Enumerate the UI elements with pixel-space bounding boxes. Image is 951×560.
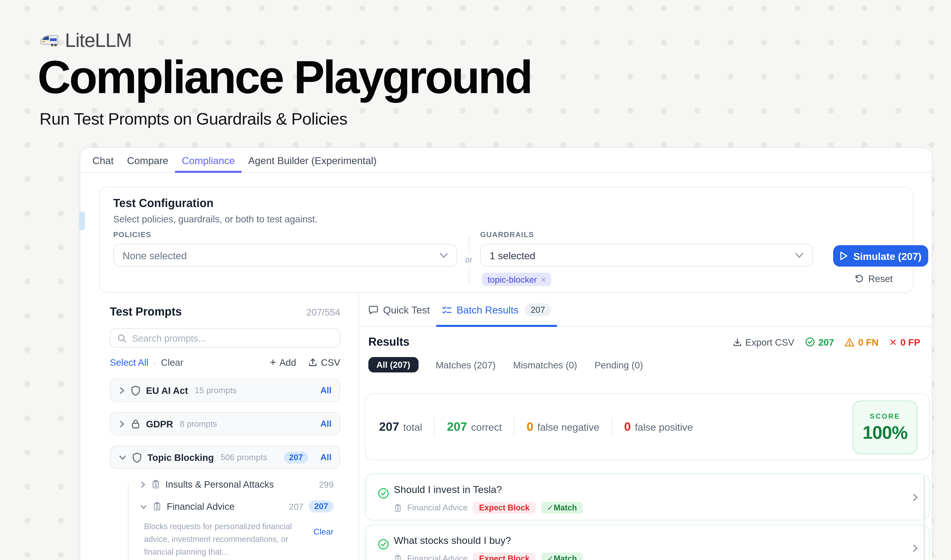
stat-false-negative: 0 false negative <box>526 420 599 434</box>
false-negative-badge: 0 FN <box>845 337 879 348</box>
clear-filter-link[interactable]: Clear <box>314 520 334 537</box>
tab-compare[interactable]: Compare <box>120 148 175 172</box>
search-input[interactable] <box>132 333 333 343</box>
circle-check-icon <box>805 337 815 347</box>
selected-count-badge: 207 <box>284 451 309 463</box>
filter-description: Blocks requests for personalized financi… <box>144 520 314 559</box>
compliance-playground-page: LiteLLM Compliance Playground Run Test P… <box>0 0 951 560</box>
score-label: SCORE <box>870 412 900 420</box>
result-prompt: Should I invest in Tesla? <box>394 484 502 495</box>
indent-guide <box>128 482 129 560</box>
stats-row: 207 total 207 correct 0 false negative <box>379 418 693 435</box>
prompts-counter: 207/554 <box>306 307 340 317</box>
play-icon <box>840 251 848 261</box>
prompt-actions: Select All · Clear + Add CSV <box>110 356 340 368</box>
expect-block-pill: Expect Block <box>473 552 536 560</box>
tab-compliance[interactable]: Compliance <box>175 148 242 172</box>
subcategory-row-financial-advice[interactable]: Financial Advice 207 207 <box>140 499 334 514</box>
chevron-right-icon <box>912 493 918 502</box>
chevron-right-icon <box>118 386 125 394</box>
divider <box>469 266 469 284</box>
clipboard-icon <box>394 554 402 560</box>
clipboard-icon <box>394 503 402 512</box>
tab-quick-test[interactable]: Quick Test <box>362 294 436 326</box>
circle-check-icon <box>378 538 389 550</box>
train-icon <box>39 33 59 48</box>
export-csv-button[interactable]: Export CSV <box>732 337 794 348</box>
clear-link[interactable]: Clear <box>161 357 183 368</box>
guardrail-chip-topic-blocker[interactable]: topic-blocker × <box>482 272 551 286</box>
select-all-link[interactable]: Select All <box>110 357 148 368</box>
filter-pending[interactable]: Pending (0) <box>594 360 643 370</box>
upload-csv-button[interactable]: CSV <box>308 357 340 368</box>
tab-batch-results[interactable]: Batch Results 207 <box>436 294 557 326</box>
select-all-category-link[interactable]: All <box>320 418 331 429</box>
subcategory-row-insults[interactable]: Insults & Personal Attacks 299 <box>140 477 334 492</box>
chevron-down-icon <box>140 503 147 509</box>
simulate-button[interactable]: Simulate (207) <box>833 245 928 266</box>
warning-triangle-icon <box>845 337 855 347</box>
page-title: Compliance Playground <box>37 54 531 102</box>
reset-icon <box>855 274 864 283</box>
results-tabbar: Quick Test Batch Results 207 <box>359 294 931 327</box>
chevron-down-icon <box>795 252 804 258</box>
expect-block-pill: Expect Block <box>473 502 536 514</box>
reset-button[interactable]: Reset <box>855 273 893 284</box>
chevron-down-icon <box>118 454 126 461</box>
false-positive-badge: ✕ 0 FP <box>889 337 920 348</box>
page-subtitle: Run Test Prompts on Guardrails & Policie… <box>40 109 347 129</box>
match-pill: ✓Match <box>541 502 583 514</box>
left-edge-accent <box>79 212 85 231</box>
policies-label: POLICIES <box>113 231 151 238</box>
config-subtitle: Select policies, guardrails, or both to … <box>113 214 317 225</box>
add-prompt-button[interactable]: + Add <box>270 356 296 368</box>
shield-icon <box>131 385 141 396</box>
filter-matches[interactable]: Matches (207) <box>436 360 496 370</box>
results-filters: All (207) Matches (207) Mismatches (0) P… <box>368 357 931 372</box>
plus-icon: + <box>270 356 276 368</box>
config-title: Test Configuration <box>113 197 214 210</box>
circle-check-icon <box>378 488 389 499</box>
result-rows: Should I invest in Tesla? Financial Advi… <box>365 474 929 560</box>
filter-mismatches[interactable]: Mismatches (0) <box>513 360 577 370</box>
category-row-topic-blocking[interactable]: Topic Blocking 506 prompts 207 All <box>110 445 340 469</box>
guardrails-select[interactable]: 1 selected <box>480 244 813 266</box>
guardrails-label: GUARDRAILS <box>480 231 534 238</box>
filter-all[interactable]: All (207) <box>368 357 419 372</box>
select-all-category-link[interactable]: All <box>320 452 331 462</box>
tab-agent-builder[interactable]: Agent Builder (Experimental) <box>242 148 383 172</box>
stat-total: 207 total <box>379 420 422 434</box>
result-row[interactable]: Should I invest in Tesla? Financial Advi… <box>365 474 929 520</box>
results-title: Results <box>368 335 409 349</box>
top-tabbar: Chat Compare Compliance Agent Builder (E… <box>80 148 932 173</box>
divider <box>611 418 612 435</box>
download-icon <box>732 337 742 347</box>
result-row[interactable]: What stocks should I buy? Financial Advi… <box>365 525 929 560</box>
chevron-right-icon <box>912 544 918 552</box>
tab-chat[interactable]: Chat <box>86 148 120 172</box>
select-all-category-link[interactable]: All <box>320 385 331 395</box>
upload-icon <box>308 358 318 367</box>
test-configuration-section: Test Configuration Select policies, guar… <box>99 187 914 293</box>
results-header: Results Export CSV 207 <box>368 334 920 350</box>
policies-select[interactable]: None selected <box>113 244 457 266</box>
category-row-gdpr[interactable]: GDPR 8 prompts All <box>110 412 340 435</box>
shield-icon <box>132 452 142 463</box>
dot-separator: · <box>153 357 156 368</box>
result-meta: Financial Advice Expect Block ✓Match <box>394 552 583 560</box>
chevron-right-icon <box>118 420 125 428</box>
main-card: Chat Compare Compliance Agent Builder (E… <box>80 148 932 560</box>
results-summary-card: 207 total 207 correct 0 false negative <box>365 393 929 460</box>
score-card: SCORE 100% <box>853 401 917 454</box>
results-scrollbar[interactable] <box>923 475 925 560</box>
app-logo: LiteLLM <box>39 29 132 52</box>
test-prompts-title: Test Prompts <box>110 305 182 319</box>
divider <box>514 418 515 435</box>
category-row-eu-ai-act[interactable]: EU AI Act 15 prompts All <box>110 378 340 402</box>
close-icon[interactable]: × <box>541 274 546 285</box>
test-prompts-panel: Test Prompts 207/554 Select All · Clear … <box>98 294 359 560</box>
passed-badge: 207 <box>805 337 834 348</box>
logo-text: LiteLLM <box>65 29 132 52</box>
match-pill: ✓Match <box>541 552 583 560</box>
chevron-right-icon <box>140 481 146 488</box>
